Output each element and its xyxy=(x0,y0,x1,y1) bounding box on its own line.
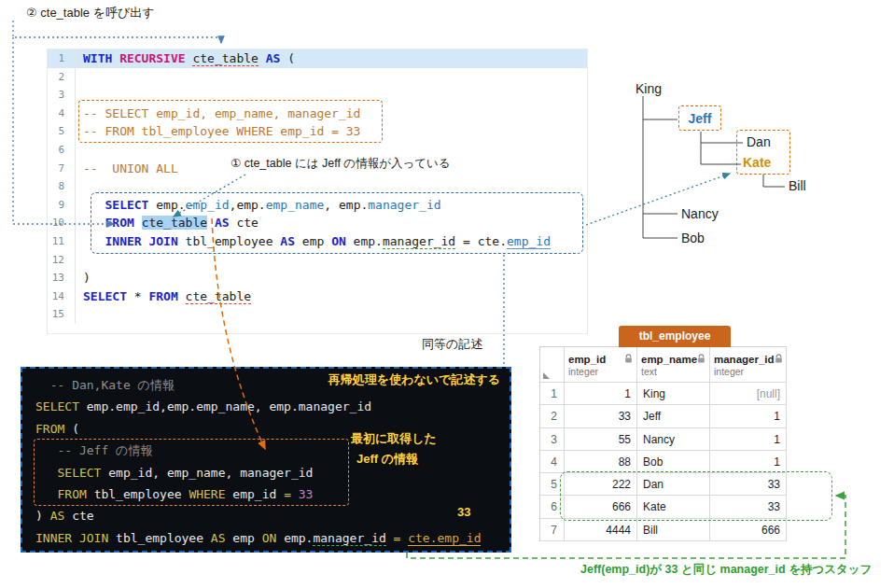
annotation-first-fetch-1: 最初に取得した xyxy=(351,430,437,447)
line-number: 11 xyxy=(48,232,76,251)
cell-emp-name[interactable]: Nancy xyxy=(637,428,710,451)
token xyxy=(83,216,105,230)
token: AS xyxy=(280,234,295,248)
cell-emp-id[interactable]: 222 xyxy=(565,473,637,496)
select-all-corner[interactable] xyxy=(540,347,565,383)
token: RECURSIVE xyxy=(119,51,192,65)
editor-line-3[interactable]: 3 xyxy=(48,86,587,105)
token: = xyxy=(284,487,299,501)
row-number[interactable]: 4 xyxy=(540,451,565,473)
token: SELECT xyxy=(83,289,134,303)
line-number: 15 xyxy=(48,305,76,324)
column-name: emp_id xyxy=(568,354,606,365)
token: ) xyxy=(35,509,50,523)
column-header-emp_name[interactable]: emp_nametext xyxy=(637,347,710,383)
token: cte.emp_id xyxy=(408,531,481,546)
editor-line-15[interactable]: 15 xyxy=(48,305,587,324)
line-number: 8 xyxy=(48,177,76,196)
table-row-7: 74444Bill666 xyxy=(540,519,787,541)
table-row-3: 355Nancy1 xyxy=(540,428,787,451)
cell-manager-id[interactable]: 1 xyxy=(710,405,787,427)
token xyxy=(83,198,105,212)
row-number[interactable]: 5 xyxy=(540,473,565,496)
cell-emp-id[interactable]: 666 xyxy=(565,496,637,518)
code-text xyxy=(76,141,83,160)
code-text: INNER JOIN tbl_employee AS emp ON emp.ma… xyxy=(76,232,551,251)
row-number[interactable]: 7 xyxy=(540,519,565,541)
token: * xyxy=(134,289,149,303)
tree-node-kate: Kate xyxy=(743,155,771,170)
line-number: 5 xyxy=(48,122,76,141)
line-number: 9 xyxy=(48,196,76,215)
cell-emp-id[interactable]: 33 xyxy=(565,405,637,427)
editor-line-11[interactable]: 11 INNER JOIN tbl_employee AS emp ON emp… xyxy=(48,232,587,251)
column-header-manager_id[interactable]: manager_idinteger xyxy=(710,347,787,383)
editor-line-13[interactable]: 13) xyxy=(48,269,587,287)
token: FROM xyxy=(35,422,72,436)
editor-line-8[interactable]: 8 xyxy=(48,177,587,196)
token: ) xyxy=(83,271,91,285)
row-number[interactable]: 3 xyxy=(540,428,565,451)
code-text xyxy=(76,86,83,105)
cell-manager-id[interactable]: 1 xyxy=(710,428,787,451)
token: SELECT xyxy=(35,399,87,413)
token: AS xyxy=(211,531,232,545)
editor-line-12[interactable]: 12 xyxy=(48,251,587,270)
editor-line-9[interactable]: 9 SELECT emp.emp_id,emp.emp_name, emp.ma… xyxy=(48,196,587,215)
line-number: 13 xyxy=(48,269,76,287)
token: emp xyxy=(232,531,261,545)
token: cte_table xyxy=(186,289,251,304)
cell-manager-id[interactable]: [null] xyxy=(710,383,787,405)
cell-emp-id[interactable]: 4444 xyxy=(565,519,637,541)
cell-emp-name[interactable]: King xyxy=(637,383,710,405)
code-text: ) xyxy=(76,269,91,287)
line-number: 1 xyxy=(48,49,76,68)
cell-emp-id[interactable]: 1 xyxy=(565,383,637,405)
editor-line-1[interactable]: 1WITH RECURSIVE cte_table AS ( xyxy=(48,49,587,68)
token: cte xyxy=(72,509,93,523)
cell-emp-name[interactable]: Dan xyxy=(637,473,710,496)
cell-manager-id[interactable]: 666 xyxy=(710,519,787,541)
cell-manager-id[interactable]: 33 xyxy=(710,473,787,496)
sql-editor-lines: 1WITH RECURSIVE cte_table AS (234-- SELE… xyxy=(48,49,587,324)
row-number[interactable]: 6 xyxy=(540,496,565,518)
cell-manager-id[interactable]: 33 xyxy=(710,496,787,518)
cell-emp-id[interactable]: 55 xyxy=(565,428,637,451)
table-title-tab[interactable]: tbl_employee xyxy=(619,326,731,347)
token: INNER JOIN xyxy=(35,531,116,545)
sql-editor[interactable]: 1WITH RECURSIVE cte_table AS (234-- SELE… xyxy=(47,49,588,334)
editor-line-10[interactable]: 10 FROM cte_table AS cte xyxy=(48,214,587,232)
code-text xyxy=(76,68,83,87)
cell-emp-id[interactable]: 88 xyxy=(565,451,637,473)
annotation-equivalent: 同等の記述 xyxy=(422,336,482,353)
editor-line-4[interactable]: 4-- SELECT emp_id, emp_name, manager_id xyxy=(48,105,587,123)
line-number: 12 xyxy=(48,251,76,270)
row-number[interactable]: 1 xyxy=(540,383,565,405)
column-type: integer xyxy=(568,366,633,377)
token: SELECT xyxy=(105,198,156,212)
token: AS xyxy=(50,509,72,523)
token: emp_id xyxy=(186,198,230,212)
line-number: 6 xyxy=(48,141,76,160)
column-header-emp_id[interactable]: emp_idinteger xyxy=(565,347,637,383)
token: -- FROM tbl_employee WHERE emp_id = 33 xyxy=(83,124,360,138)
editor-line-2[interactable]: 2 xyxy=(48,68,587,87)
cell-manager-id[interactable]: 1 xyxy=(710,451,787,473)
editor-line-5[interactable]: 5-- FROM tbl_employee WHERE emp_id = 33 xyxy=(48,122,587,141)
token: emp_name xyxy=(266,198,325,212)
tree-node-dan: Dan xyxy=(747,134,771,149)
cell-emp-name[interactable]: Kate xyxy=(637,496,710,518)
cell-emp-name[interactable]: Bob xyxy=(637,451,710,473)
line-number: 3 xyxy=(48,86,76,105)
lock-icon xyxy=(775,354,783,364)
editor-line-14[interactable]: 14SELECT * FROM cte_table xyxy=(48,287,587,306)
cell-emp-name[interactable]: Jeff xyxy=(637,405,710,427)
token xyxy=(258,51,266,65)
code-text: FROM cte_table AS cte xyxy=(76,214,258,232)
code-text: WITH RECURSIVE cte_table AS ( xyxy=(76,49,295,68)
token: WHERE xyxy=(189,487,232,501)
annotation-bottom-note: Jeff(emp_id)が 33 と同じ manager_id を持つスタッフ xyxy=(580,562,872,578)
cell-emp-name[interactable]: Bill xyxy=(637,519,710,541)
token: emp_id xyxy=(507,234,551,249)
row-number[interactable]: 2 xyxy=(540,405,565,427)
